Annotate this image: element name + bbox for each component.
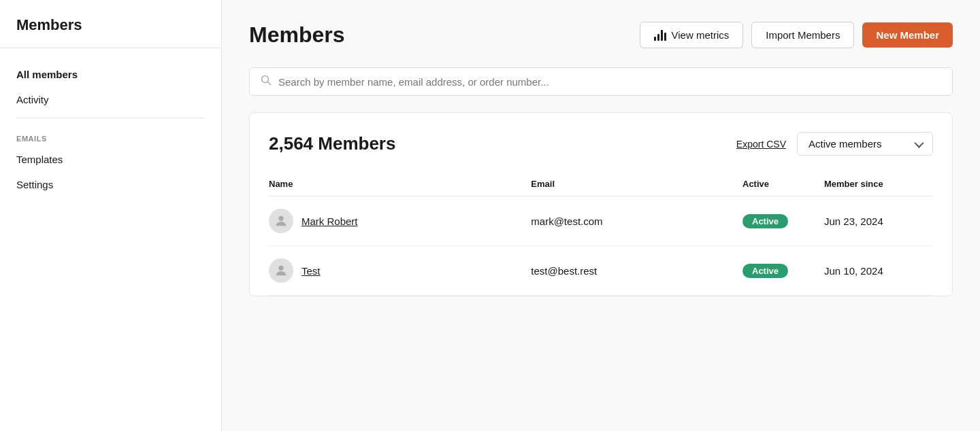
avatar [269,209,293,233]
member-name-link[interactable]: Mark Robert [301,216,358,227]
member-name-cell: Test [269,258,531,283]
col-header-active: Active [742,172,824,196]
emails-section-label: EMAILS [0,124,221,147]
col-header-email: Email [531,172,742,196]
member-since: Jun 10, 2024 [824,246,933,296]
svg-line-1 [268,82,271,85]
filter-dropdown[interactable]: Active members [797,132,933,156]
avatar [269,258,293,283]
members-card-header: 2,564 Members Export CSV Active members [269,132,933,156]
member-email: test@best.rest [531,246,742,296]
member-name-link[interactable]: Test [301,265,321,277]
filter-label: Active members [808,138,882,150]
members-card: 2,564 Members Export CSV Active members … [249,112,953,296]
search-icon [261,75,272,88]
table-row: Mark Robert mark@test.com Active Jun 23,… [269,196,933,246]
sidebar: Members All members Activity EMAILS Temp… [0,0,222,431]
active-badge: Active [742,264,788,278]
member-name-cell: Mark Robert [269,209,531,233]
members-count: 2,564 Members [269,133,395,154]
export-csv-button[interactable]: Export CSV [736,139,786,150]
sidebar-divider [16,118,205,118]
active-badge: Active [742,214,788,228]
member-email: mark@test.com [531,196,742,246]
sidebar-title: Members [0,0,221,48]
svg-point-2 [278,216,283,221]
sidebar-item-activity[interactable]: Activity [0,87,221,112]
sidebar-nav: All members Activity EMAILS Templates Se… [0,48,221,211]
new-member-button[interactable]: New Member [862,22,953,48]
members-table: Name Email Active Member since Mark [269,172,933,296]
svg-point-3 [278,266,283,271]
col-header-name: Name [269,172,531,196]
member-since: Jun 23, 2024 [824,196,933,246]
header-actions: View metrics Import Members New Member [640,22,953,48]
main-header: Members View metrics Import Members New … [249,22,953,48]
view-metrics-button[interactable]: View metrics [640,22,744,48]
sidebar-item-templates[interactable]: Templates [0,147,221,172]
chevron-down-icon [914,138,924,148]
members-card-actions: Export CSV Active members [736,132,933,156]
col-header-member-since: Member since [824,172,933,196]
table-row: Test test@best.rest Active Jun 10, 2024 [269,246,933,296]
sidebar-item-settings[interactable]: Settings [0,172,221,197]
search-bar [249,67,953,96]
sidebar-item-all-members[interactable]: All members [0,62,221,87]
view-metrics-label: View metrics [672,29,730,41]
bar-chart-icon [654,30,666,41]
search-input[interactable] [278,76,941,88]
main-content: Members View metrics Import Members New … [222,0,980,431]
page-title: Members [249,22,345,48]
import-members-button[interactable]: Import Members [751,22,854,48]
